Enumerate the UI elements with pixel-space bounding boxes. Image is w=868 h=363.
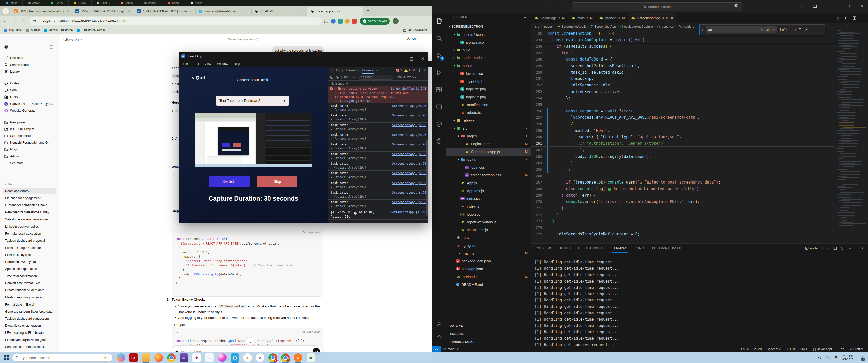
chat-item[interactable]: Generate random Salesforce data	[2, 308, 56, 315]
tab-elements[interactable]: Elements	[345, 67, 359, 74]
tree-item-index.css[interactable]: cssindex.css	[446, 195, 531, 202]
terminal-profile[interactable]: node	[805, 246, 817, 250]
taskbar-icon-slack[interactable]: ❖	[192, 354, 201, 362]
console-log-entry[interactable]: task data:ScreenshotApp.js:96▸ {tasks: A…	[328, 132, 428, 142]
sidebar-app-codex[interactable]: Codex	[2, 80, 55, 87]
terminal-output[interactable]: [1] Handling get-idle-time request...[1]…	[535, 259, 619, 348]
log-source-link[interactable]: ScreenshotApp.js:96	[392, 181, 426, 185]
editor-tab-main.js[interactable]: JSmain.jsM	[568, 12, 596, 23]
address-bar[interactable]: chatgpt.com/c/68b68f92-ee40-832d-97e1-25…	[29, 17, 321, 25]
activity-search[interactable]	[432, 33, 446, 44]
split-diff-icon[interactable]	[845, 16, 848, 20]
tree-item-release[interactable]: ▸release	[446, 117, 531, 124]
bookmark-item[interactable]: Martjin	[26, 29, 40, 32]
console-filter-input[interactable]: Filter	[359, 75, 393, 80]
tree-item-setuptests.js[interactable]: JSsetupTests.js	[446, 226, 531, 234]
status-item-ln-261-col-20[interactable]: Ln 261, Col 20	[741, 348, 762, 351]
vscode-titlebar[interactable]: ⋯ ← → screenelectron ⌄ — ▢ ✕	[432, 0, 868, 13]
menu-help[interactable]: Help	[234, 62, 240, 66]
find-in-selection-icon[interactable]	[799, 28, 802, 32]
sidebar-app-canvagpt-poster-flyer[interactable]: CCanvaGPT — Poster & Flyer...	[2, 101, 55, 107]
sidebar-item-search-chats[interactable]: Search chats	[2, 62, 55, 68]
editor-tab-preload.js[interactable]: JSpreload.jsM	[596, 12, 628, 23]
breadcrumb-item[interactable]: { }response	[657, 25, 674, 29]
terminal-dropdown-icon[interactable]: ⌄	[828, 247, 830, 250]
extension-icon-blue[interactable]	[331, 19, 336, 24]
tree-item-index.html[interactable]: 5index.html	[446, 77, 531, 85]
sidebar-app-sora[interactable]: Sora	[2, 87, 55, 94]
tree-item-preload.js[interactable]: JSpreload.jsM	[446, 273, 531, 280]
reload-button[interactable]: ⟳	[20, 18, 27, 25]
forward-button[interactable]: →	[10, 18, 18, 25]
more-tabs-icon[interactable]: »	[376, 69, 378, 72]
activity-explorer[interactable]	[432, 15, 446, 27]
activity-accounts[interactable]	[432, 319, 446, 330]
panel-tab-postman-console[interactable]: POSTMAN CONSOLE	[652, 246, 684, 250]
chat-item[interactable]: Format date in Excel	[2, 301, 56, 308]
console-scrollbar[interactable]	[426, 140, 428, 216]
model-picker[interactable]: ChatGPT	[63, 38, 84, 42]
tree-item-package.json[interactable]: npackage.json	[446, 265, 531, 273]
background-tab[interactable]: Comm	[115, 0, 138, 5]
tray-expand-icon[interactable]: ⌃	[811, 356, 813, 360]
background-tab[interactable]: (82) W	[45, 0, 69, 5]
menu-overflow-icon[interactable]: ⋯	[436, 4, 440, 9]
activity-remote-explorer[interactable]	[432, 101, 446, 112]
bookmark-item[interactable]: Trip Detail	[4, 29, 22, 32]
whole-word-icon[interactable]: ab	[766, 28, 770, 32]
kill-terminal-icon[interactable]	[840, 246, 844, 250]
tab-search-button[interactable]	[2, 8, 8, 14]
match-case-icon[interactable]: Aa	[761, 28, 764, 32]
activity-settings[interactable]	[432, 331, 446, 342]
editor-more-icon[interactable]: ⋯	[861, 15, 865, 21]
inspect-icon[interactable]	[330, 69, 334, 72]
console-log-entry[interactable]: task data:ScreenshotApp.js:96▸ {tasks: A…	[328, 190, 428, 200]
background-tab[interactable]: Telegr	[0, 0, 23, 5]
tree-item-favicon.ico[interactable]: ★favicon.ico	[446, 70, 531, 77]
breadcrumb-item[interactable]: JSScreenshotApp.js	[557, 25, 586, 29]
tab-console[interactable]: Console	[362, 67, 374, 74]
chat-item[interactable]: Filter tasks by role	[2, 252, 56, 258]
chat-item[interactable]: Time total confirmation	[2, 273, 56, 279]
tree-item-build[interactable]: ▸build	[446, 46, 531, 54]
chat-item[interactable]: LinkedIn positive replies	[2, 223, 56, 230]
tree-item-node-modules[interactable]: ▸node_modules	[446, 54, 531, 62]
tree-item-iconwin.ico[interactable]: ▣iconwin.ico	[446, 38, 531, 46]
chat-item[interactable]: IT manager candidates Dhaka	[2, 202, 56, 208]
split-terminal-icon[interactable]	[833, 246, 837, 250]
history-forward-icon[interactable]: →	[559, 4, 563, 8]
activity-extensions[interactable]	[432, 84, 446, 95]
tree-item-logo.svg[interactable]: svglogo.svg	[446, 210, 531, 218]
dock-icon[interactable]	[330, 76, 333, 79]
console-log-entry[interactable]: task data:ScreenshotApp.js:96▸ {tasks: A…	[328, 161, 428, 171]
sidebar-project-admin[interactable]: Admin	[2, 153, 55, 160]
sidebar-project-new-project[interactable]: New project	[2, 119, 55, 126]
chat-item[interactable]: Tableau dashboard proposal	[2, 237, 56, 244]
bookmark-item[interactable]: Salesforce Admini...	[77, 29, 108, 32]
tree-item-screenshotapp.js[interactable]: JSScreenshotApp.jsM	[446, 148, 531, 156]
tree-item-index.js[interactable]: JSindex.js	[446, 202, 531, 210]
console-log-entry[interactable]: task data:ScreenshotApp.js:96▸ {tasks: A…	[328, 103, 428, 113]
tree-item-reportwebvitals.js[interactable]: JSreportWebVitals.js	[446, 218, 531, 226]
copy-code-button[interactable]: Copy code	[302, 231, 320, 234]
chat-item[interactable]: Create random student data	[2, 287, 56, 293]
section-outline[interactable]: › OUTLINE	[447, 324, 463, 327]
console-log-entry[interactable]: task data:ScreenshotApp.js:96▸ {tasks: A…	[328, 180, 428, 190]
sidebar-project-blogs[interactable]: blogs	[2, 146, 55, 153]
tab-close-icon[interactable]: ✕	[189, 9, 193, 13]
tab-close-icon[interactable]: ×	[671, 16, 673, 20]
browser-tab[interactable]: WC150k+ TRANSLATIONS | English✕	[134, 7, 195, 15]
tree-item-loginpage.js[interactable]: JSLoginPage.jsM	[446, 140, 531, 148]
menu-view[interactable]: View	[205, 62, 212, 66]
extension-icon-orange[interactable]	[345, 19, 350, 24]
taskbar-icon-accessibility[interactable]: A	[256, 354, 265, 362]
sidepanel-icon[interactable]	[324, 19, 329, 24]
error-badge[interactable]: ✕2	[396, 69, 402, 72]
console-log-entry[interactable]: task data:ScreenshotApp.js:96▸ {tasks: A…	[328, 123, 428, 132]
background-tab[interactable]: insight	[162, 0, 185, 5]
background-tab[interactable]: Acces	[185, 0, 208, 5]
copilot-status-icon[interactable]	[840, 348, 844, 351]
console-log-entry[interactable]: task data:ScreenshotApp.js:96▸ {tasks: A…	[328, 113, 428, 123]
bookmark-item[interactable]: Martjin Salesforce	[44, 29, 73, 32]
console-prompt[interactable]: ›	[331, 221, 332, 224]
